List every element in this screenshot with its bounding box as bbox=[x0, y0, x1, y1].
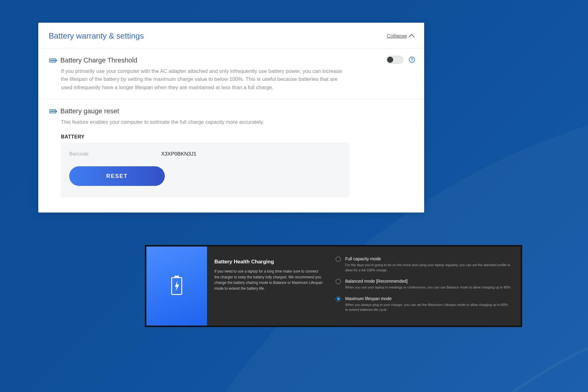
option-title: Balanced mode [Recommended] bbox=[345, 279, 511, 284]
battery-health-title: Battery Health Charging bbox=[214, 259, 324, 265]
collapse-label: Collapse bbox=[387, 33, 407, 39]
chevron-up-icon bbox=[409, 34, 415, 40]
gauge-section: Battery gauge reset This feature enables… bbox=[38, 99, 424, 205]
barcode-label: Barcode bbox=[69, 151, 161, 157]
toggle-knob bbox=[387, 57, 393, 63]
svg-marker-0 bbox=[175, 281, 179, 291]
radio-icon bbox=[336, 296, 341, 302]
threshold-title: Battery Charge Threshold bbox=[60, 56, 138, 64]
battery-charging-icon bbox=[171, 277, 182, 295]
option-full-capacity[interactable]: Full capacity mode For the days you're g… bbox=[336, 256, 511, 273]
battery-health-panel: Battery Health Charging If you need to u… bbox=[145, 245, 522, 327]
battery-icon bbox=[49, 58, 56, 62]
battery-health-info: Battery Health Charging If you need to u… bbox=[207, 247, 330, 326]
threshold-toggle[interactable] bbox=[386, 56, 403, 64]
card-title: Battery warranty & settings bbox=[49, 31, 144, 41]
battery-health-desc: If you need to use a laptop for a long t… bbox=[214, 269, 324, 291]
threshold-section: Battery Charge Threshold If you primaril… bbox=[38, 48, 424, 99]
option-title: Full capacity mode bbox=[345, 256, 511, 261]
radio-icon bbox=[336, 279, 341, 284]
option-title: Maximum lifespan mode bbox=[345, 296, 511, 301]
collapse-button[interactable]: Collapse bbox=[387, 33, 414, 39]
option-max-lifespan[interactable]: Maximum lifespan mode When you always pl… bbox=[336, 296, 511, 312]
charging-mode-options: Full capacity mode For the days you're g… bbox=[330, 247, 521, 326]
barcode-value: X3XP0BKN3J1 bbox=[161, 151, 196, 157]
radio-icon bbox=[336, 257, 341, 262]
gauge-desc: This feature enables your computer to es… bbox=[61, 118, 343, 126]
battery-settings-card: Battery warranty & settings Collapse Bat… bbox=[38, 23, 424, 213]
card-header: Battery warranty & settings Collapse bbox=[38, 23, 424, 48]
option-desc: For the days you're going to be on the m… bbox=[345, 262, 511, 273]
battery-icon bbox=[49, 109, 56, 113]
option-desc: When you use your laptop in meetings or … bbox=[345, 285, 511, 290]
option-desc: When you always plug-in your charger, yo… bbox=[345, 302, 511, 312]
battery-box: Barcode X3XP0BKN3J1 RESET bbox=[61, 143, 349, 197]
battery-health-tile bbox=[146, 247, 207, 326]
gauge-title: Battery gauge reset bbox=[60, 107, 119, 115]
option-balanced[interactable]: Balanced mode [Recommended] When you use… bbox=[336, 279, 511, 290]
barcode-row: Barcode X3XP0BKN3J1 bbox=[69, 151, 341, 157]
reset-button[interactable]: RESET bbox=[69, 166, 165, 186]
help-icon[interactable]: ? bbox=[409, 57, 415, 63]
threshold-desc: If you primarily use your computer with … bbox=[61, 67, 343, 92]
battery-heading: BATTERY bbox=[61, 134, 413, 140]
battery-panel: BATTERY Barcode X3XP0BKN3J1 RESET bbox=[61, 134, 413, 197]
